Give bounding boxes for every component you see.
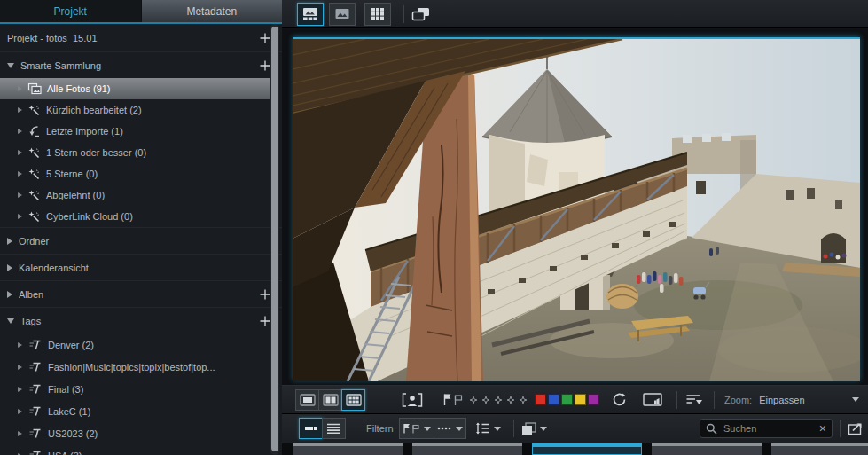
row-size-icon — [475, 422, 490, 435]
plus-icon — [259, 315, 271, 327]
library-sidebar: Projekt Metadaten Projekt - fotos_15.01 … — [0, 0, 282, 455]
color-label-green[interactable] — [561, 394, 573, 405]
smart-collection-header[interactable]: Smarte Sammlung — [0, 51, 282, 78]
plus-icon — [259, 288, 271, 301]
list-view-button[interactable] — [322, 418, 346, 439]
sidebar-item-last-imports[interactable]: Letzte Importe (1) — [0, 121, 282, 142]
tag-label: US2023 (2) — [48, 428, 98, 439]
thumbnail-cell[interactable] — [293, 443, 403, 455]
thumbnail-cell[interactable] — [771, 443, 868, 455]
zoom-dropdown-caret-icon[interactable] — [852, 397, 859, 402]
search-box[interactable]: × — [700, 419, 833, 438]
section-tags[interactable]: Tags — [0, 307, 282, 333]
collapse-arrow-icon[interactable] — [7, 318, 14, 324]
rating-filter-button[interactable] — [434, 418, 466, 439]
star-rating-control[interactable] — [469, 396, 528, 404]
add-album-button[interactable] — [259, 288, 271, 301]
clear-search-icon[interactable]: × — [819, 422, 826, 435]
export-button[interactable] — [848, 422, 863, 435]
stack-photos-button[interactable] — [521, 422, 547, 435]
swap-view-icon — [411, 7, 431, 21]
expand-arrow-icon[interactable] — [18, 431, 22, 436]
sidebar-item-rejected[interactable]: Abgelehnt (0) — [0, 184, 282, 206]
thumbnail-cell-selected[interactable] — [532, 443, 642, 455]
rotate-button[interactable] — [612, 392, 628, 407]
star-icon[interactable] — [519, 396, 528, 404]
flag-filter-button[interactable] — [399, 418, 434, 439]
expand-arrow-icon[interactable] — [7, 264, 12, 271]
section-alben[interactable]: Alben — [0, 280, 282, 307]
expand-arrow-icon[interactable] — [18, 214, 22, 219]
tag-item-lakec[interactable]: LakeC (1) — [0, 400, 282, 422]
tag-item-usa[interactable]: USA (3) — [0, 444, 282, 455]
tag-item-us2023[interactable]: US2023 (2) — [0, 422, 282, 444]
tag-item-final[interactable]: Final (3) — [0, 378, 282, 400]
expand-arrow-icon[interactable] — [18, 86, 22, 91]
flag-pick-reject-button[interactable] — [442, 393, 464, 406]
expand-arrow-icon[interactable] — [18, 365, 22, 370]
sidebar-item-all-photos[interactable]: Alle Fotos (91) — [0, 78, 270, 99]
section-kalenderansicht[interactable]: Kalenderansicht — [0, 254, 282, 280]
compare-swap-button[interactable] — [411, 7, 431, 21]
thumbnail-cell[interactable] — [412, 443, 522, 455]
thumbnail-size-button[interactable] — [475, 422, 501, 435]
color-label-red[interactable] — [535, 394, 546, 405]
photo-view-icon — [334, 7, 350, 20]
tab-metadaten[interactable]: Metadaten — [141, 0, 283, 22]
sidebar-scrollbar[interactable] — [270, 24, 279, 455]
tag-label: Fashion|Music|topics|topix|bestof|top... — [48, 362, 282, 373]
thumbnail-view-button[interactable] — [299, 418, 323, 439]
selected-photo[interactable] — [293, 37, 860, 381]
expand-arrow-icon[interactable] — [7, 238, 12, 245]
expand-arrow-icon[interactable] — [18, 129, 22, 134]
thumbnails-icon — [304, 424, 318, 433]
sidebar-item-cyberlink-cloud[interactable]: CyberLink Cloud (0) — [0, 206, 282, 227]
tag-label: USA (3) — [48, 451, 82, 455]
slideshow-button[interactable] — [643, 393, 662, 406]
color-label-blue[interactable] — [548, 394, 559, 405]
tag-item-fashion[interactable]: Fashion|Music|topics|topix|bestof|top... — [0, 356, 282, 378]
tab-projekt[interactable]: Projekt — [0, 0, 141, 22]
add-tag-button[interactable] — [259, 315, 271, 327]
expand-arrow-icon[interactable] — [18, 409, 22, 414]
star-icon[interactable] — [481, 396, 490, 404]
expand-arrow-icon[interactable] — [7, 291, 12, 298]
item-label: Abgelehnt (0) — [46, 190, 105, 200]
expand-arrow-icon[interactable] — [18, 342, 22, 348]
collapse-arrow-icon[interactable] — [7, 63, 14, 68]
search-input[interactable] — [722, 422, 815, 435]
project-row[interactable]: Projekt - fotos_15.01 — [0, 24, 282, 51]
viewer-compare-button[interactable] — [318, 389, 342, 411]
thumbnail-cell[interactable] — [652, 443, 762, 455]
section-ordner[interactable]: Ordner — [0, 227, 282, 254]
sidebar-item-one-star-or-better[interactable]: 1 Stern oder besser (0) — [0, 142, 282, 163]
list-icon — [326, 423, 341, 434]
viewer-single-button[interactable] — [295, 389, 319, 411]
split-pane-icon — [323, 394, 339, 406]
expand-arrow-icon[interactable] — [18, 150, 22, 155]
expand-arrow-icon[interactable] — [18, 387, 22, 392]
grid-view-button[interactable] — [364, 3, 391, 26]
single-photo-view-button[interactable] — [329, 3, 356, 26]
add-smart-collection-button[interactable] — [259, 59, 271, 72]
color-label-yellow[interactable] — [575, 394, 586, 405]
star-icon[interactable] — [494, 396, 503, 404]
color-label-purple[interactable] — [588, 394, 599, 405]
tag-item-denver[interactable]: Denver (2) — [0, 333, 282, 356]
star-icon[interactable] — [469, 396, 478, 404]
sort-menu-button[interactable] — [685, 394, 703, 405]
scrollbar-thumb[interactable] — [271, 27, 278, 451]
face-tag-button[interactable] — [402, 393, 423, 407]
expand-arrow-icon[interactable] — [18, 107, 22, 113]
add-project-button[interactable] — [259, 32, 271, 44]
star-icon[interactable] — [506, 396, 515, 404]
sidebar-item-five-stars[interactable]: 5 Sterne (0) — [0, 163, 282, 184]
filmstrip-view-button[interactable] — [297, 3, 324, 26]
search-icon — [706, 423, 717, 435]
expand-arrow-icon[interactable] — [18, 192, 22, 198]
sidebar-item-recently-edited[interactable]: Kürzlich bearbeitet (2) — [0, 99, 282, 121]
dropdown-caret-icon — [494, 427, 501, 431]
expand-arrow-icon[interactable] — [18, 171, 22, 177]
zoom-value-dropdown[interactable]: Einpassen — [759, 395, 804, 405]
viewer-grid-button[interactable] — [341, 389, 365, 411]
